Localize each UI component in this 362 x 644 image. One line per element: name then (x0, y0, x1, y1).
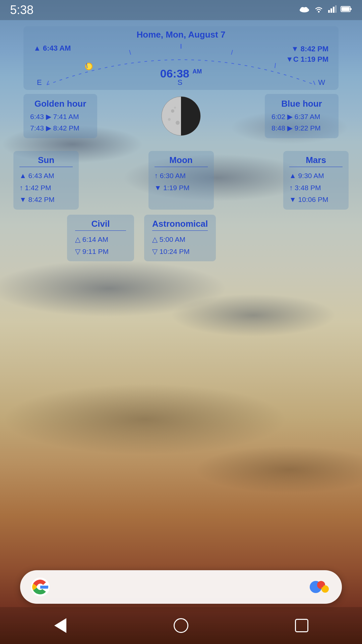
astronomical-box[interactable]: Astronomical △ 5:00 AM ▽ 10:24 PM (144, 215, 216, 261)
svg-rect-7 (335, 5, 337, 13)
svg-point-3 (318, 11, 320, 13)
sun-box-title: Sun (19, 155, 73, 167)
home-icon (174, 618, 188, 633)
civil-dawn: △ 6:14 AM (75, 233, 126, 246)
sun-widget-title: Home, Mon, August 7 (30, 30, 332, 40)
astronomical-dusk: ▽ 10:24 PM (152, 246, 208, 258)
sun-arc-container: ▲ 6:43 AM ▼ 8:42 PM ▼C 1:19 PM E S W 06:… (30, 41, 332, 88)
west-label: W (318, 78, 325, 87)
sun-set-labels: ▼ 8:42 PM ▼C 1:19 PM (286, 44, 328, 65)
search-bar[interactable] (20, 570, 342, 604)
celestial-row: Sun ▲ 6:43 AM ↑ 1:42 PM ▼ 8:42 PM Moon ↑… (13, 151, 349, 210)
moon-phase-image (161, 96, 201, 136)
sun-set: ▼ 8:42 PM (19, 194, 73, 206)
moon-box[interactable]: Moon ↑ 6:30 AM ▼ 1:19 PM (148, 151, 214, 210)
civil-title: Civil (75, 219, 126, 231)
back-button[interactable] (49, 614, 72, 637)
sun-rise: ▲ 6:43 AM (19, 170, 73, 182)
svg-point-30 (318, 582, 324, 588)
mars-set: ▼ 10:06 PM (289, 194, 343, 206)
blue-hour-title: Blue hour (272, 99, 332, 109)
golden-blue-row: Golden hour 6:43 ▶ 7:41 AM 7:43 ▶ 8:42 P… (23, 94, 339, 138)
battery-icon (341, 6, 352, 14)
cloud-icon (299, 5, 310, 15)
wifi-icon (314, 5, 324, 15)
svg-line-16 (231, 50, 233, 55)
status-icons (299, 5, 352, 15)
blue-hour-box[interactable]: Blue hour 6:02 ▶ 6:37 AM 8:48 ▶ 9:22 PM (265, 94, 339, 138)
nav-bar (0, 607, 362, 644)
svg-rect-9 (350, 8, 352, 10)
east-label: E (37, 78, 42, 87)
svg-point-2 (304, 7, 308, 10)
blue-hour-row2: 8:48 ▶ 9:22 PM (272, 122, 332, 134)
recents-button[interactable] (290, 614, 313, 637)
moon-set: ▼ 1:19 PM (155, 182, 208, 194)
svg-point-23 (174, 107, 176, 109)
mars-box[interactable]: Mars ▲ 9:30 AM ↑ 3:48 PM ▼ 10:06 PM (283, 151, 349, 210)
sun-transit: ↑ 1:42 PM (19, 182, 73, 194)
google-logo (30, 577, 50, 597)
status-bar: 5:38 (0, 0, 362, 20)
mars-transit: ↑ 3:48 PM (289, 182, 343, 194)
home-button[interactable] (169, 614, 193, 637)
signal-icon (328, 5, 337, 15)
sun-box[interactable]: Sun ▲ 6:43 AM ↑ 1:42 PM ▼ 8:42 PM (13, 151, 79, 210)
civil-box[interactable]: Civil △ 6:14 AM ▽ 9:11 PM (67, 215, 134, 261)
sunrise-icon: ▲ (34, 44, 41, 52)
moonset-label: ▼C 1:19 PM (286, 54, 328, 65)
mars-rise: ▲ 9:30 AM (289, 170, 343, 182)
astronomical-dawn: △ 5:00 AM (152, 233, 208, 246)
sun-widget[interactable]: Home, Mon, August 7 ▲ 6:43 AM ▼ 8:42 PM … (23, 26, 339, 90)
blue-hour-row1: 6:02 ▶ 6:37 AM (272, 111, 332, 122)
svg-line-17 (275, 63, 276, 68)
sun-current-time: 06:38 AM (160, 67, 202, 80)
astronomical-title: Astronomical (152, 219, 208, 231)
svg-rect-6 (333, 7, 335, 13)
moon-rise: ↑ 6:30 AM (155, 170, 208, 182)
sunset-label: ▼ 8:42 PM (286, 44, 328, 54)
recents-icon (295, 619, 308, 632)
golden-hour-box[interactable]: Golden hour 6:43 ▶ 7:41 AM 7:43 ▶ 8:42 P… (23, 94, 97, 138)
svg-rect-10 (342, 7, 350, 11)
svg-point-20 (171, 109, 174, 113)
status-time: 5:38 (10, 3, 34, 17)
moon-box-title: Moon (155, 155, 208, 167)
mars-box-title: Mars (289, 155, 343, 167)
golden-hour-row1: 6:43 ▶ 7:41 AM (30, 111, 90, 122)
back-icon (54, 618, 66, 633)
svg-line-14 (129, 50, 131, 55)
svg-point-21 (168, 118, 171, 121)
google-assistant-button[interactable] (309, 578, 332, 596)
svg-rect-5 (330, 8, 332, 13)
civil-dusk: ▽ 9:11 PM (75, 246, 126, 258)
clouds-bottom (0, 369, 362, 537)
sun-rise-label: ▲ 6:43 AM (34, 44, 71, 53)
golden-hour-title: Golden hour (30, 99, 90, 109)
svg-rect-4 (328, 10, 330, 13)
twilight-row: Civil △ 6:14 AM ▽ 9:11 PM Astronomical △… (67, 215, 328, 261)
golden-hour-row2: 7:43 ▶ 8:42 PM (30, 122, 90, 134)
svg-point-22 (176, 121, 180, 125)
